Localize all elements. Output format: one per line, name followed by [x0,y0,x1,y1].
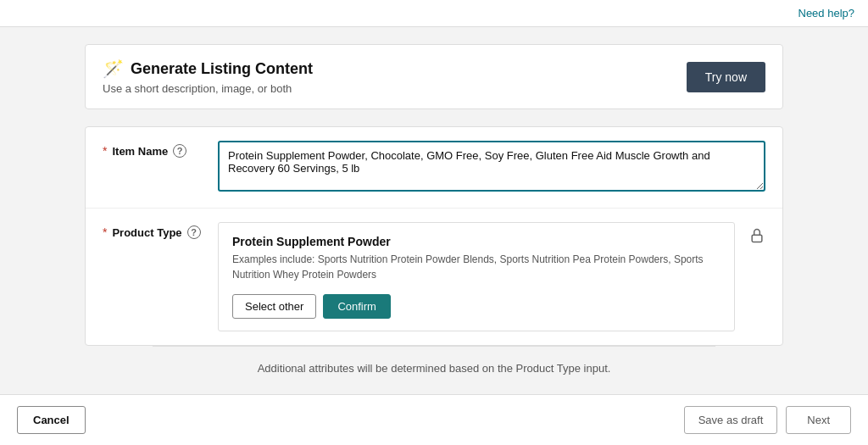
save-draft-button[interactable]: Save as draft [684,406,778,434]
product-type-examples: Examples include: Sports Nutrition Prote… [232,252,721,282]
item-name-label: Item Name [112,145,168,158]
product-type-row: * Product Type ? Protein Supplement Powd… [86,209,782,345]
generate-title-text: Generate Listing Content [131,60,313,78]
additional-info: Additional attributes will be determined… [85,347,783,387]
product-type-actions: Select other Confirm [232,294,721,319]
item-name-required-star: * [103,144,107,158]
product-type-field-content: Protein Supplement Powder Examples inclu… [218,222,735,331]
product-type-card: Protein Supplement Powder Examples inclu… [218,222,735,331]
top-bar: Need help? [0,0,868,27]
try-now-button[interactable]: Try now [687,62,765,92]
item-name-row: * Item Name ? [86,127,782,209]
additional-info-text: Additional attributes will be determined… [258,362,611,375]
svg-rect-0 [752,235,762,242]
wand-icon: 🪄 [103,58,124,79]
generate-card-left: 🪄 Generate Listing Content Use a short d… [103,58,313,95]
generate-title: 🪄 Generate Listing Content [103,58,313,79]
bottom-bar: Cancel Save as draft Next [0,394,868,445]
product-type-required-star: * [103,225,107,239]
item-name-textarea[interactable] [218,141,765,192]
need-help-link[interactable]: Need help? [798,7,855,19]
item-name-help-icon[interactable]: ? [173,144,186,158]
product-type-label: Product Type [112,226,181,239]
product-type-label-wrap: * Product Type ? [103,222,204,239]
item-name-field-content [218,141,765,194]
select-other-button[interactable]: Select other [232,294,316,319]
confirm-button[interactable]: Confirm [323,294,391,319]
product-type-name: Protein Supplement Powder [232,235,721,248]
lock-icon-wrap [748,222,765,246]
generate-listing-card: 🪄 Generate Listing Content Use a short d… [85,44,783,109]
lock-icon [748,225,765,246]
cancel-button[interactable]: Cancel [17,406,86,434]
generate-subtitle: Use a short description, image, or both [103,82,313,95]
form-section: * Item Name ? * Product Type ? Protein S… [85,126,783,346]
product-type-help-icon[interactable]: ? [187,225,201,239]
bottom-right-actions: Save as draft Next [684,406,851,434]
next-button[interactable]: Next [786,406,851,434]
main-content: 🪄 Generate Listing Content Use a short d… [0,27,868,387]
item-name-label-wrap: * Item Name ? [103,141,204,158]
